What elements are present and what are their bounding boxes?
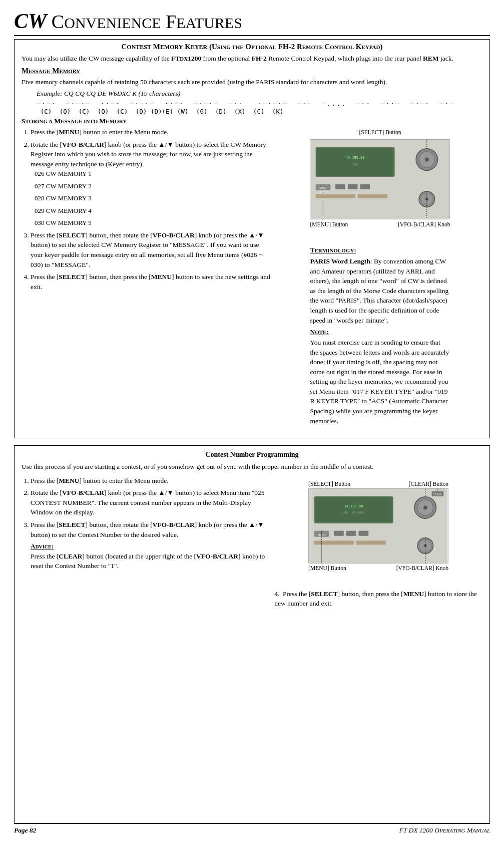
svg-rect-40: [346, 531, 356, 536]
memory-item-4: 029 CW MEMORY 4: [35, 206, 272, 216]
note-heading: NOTE:: [310, 328, 450, 336]
advice-block: ADVICE: Press the [CLEAR] button (locate…: [31, 541, 266, 571]
morse-c4: (C): [249, 108, 268, 115]
footer-manual-title: FT DX 1200 OPERATING MANUAL: [399, 826, 490, 834]
memory-item-3: 028 CW MEMORY 3: [35, 193, 272, 203]
morse-q2: (Q): [94, 108, 113, 115]
svg-text:14.195.00: 14.195.00: [346, 156, 364, 160]
svg-rect-14: [336, 184, 346, 189]
message-memory-body: Five memory channels capable of retainin…: [22, 77, 482, 87]
memory-item-1: 026 CW MEMORY 1: [35, 169, 272, 179]
message-memory-heading: Message Memory: [22, 67, 482, 75]
memory-item-5: 030 CW MEMORY 5: [35, 218, 272, 228]
morse-c2: (C): [75, 108, 94, 115]
main-section-box: CONTEST MEMORY KEYER (USING THE OPTIONAL…: [14, 39, 490, 438]
svg-rect-18: [358, 194, 387, 198]
storing-steps-list: Press the [MENU] button to enter the Men…: [22, 127, 272, 292]
storing-step-4: Press the [SELECT] button, then press th…: [31, 272, 272, 292]
terminology-heading: TERMINOLOGY:: [310, 246, 450, 254]
radio-image-wrapper: [SELECT] Button 14.195.00 USB: [310, 129, 450, 227]
page-footer: Page 82 FT DX 1200 OPERATING MANUAL: [14, 823, 490, 836]
morse-c3: (C): [113, 108, 132, 115]
morse-letters: (C) (Q) (C) (Q) (C) (Q) (D)(E) (W) (6) (…: [37, 108, 482, 115]
note-body: You must exercise care in sending to ens…: [310, 338, 450, 426]
svg-text:USB   025:0001: USB 025:0001: [343, 511, 364, 514]
fh2-bold: FH-2: [252, 55, 267, 62]
svg-rect-23: [315, 497, 392, 522]
svg-text:CLEAR: CLEAR: [433, 493, 442, 496]
svg-rect-17: [316, 194, 355, 198]
contest-select-label: [SELECT] Button: [308, 481, 350, 487]
example-line: Example: CQ CQ CQ DE W6DXC K (19 charact…: [37, 90, 482, 98]
contest-steps-list: Press the [MENU] button to enter the Men…: [22, 476, 266, 571]
morse-w: (W): [173, 108, 192, 115]
morse-k: (K): [268, 108, 287, 115]
contest-two-col: Press the [MENU] button to enter the Men…: [22, 476, 482, 609]
morse-d: (D): [211, 108, 230, 115]
morse-symbols: –·–· –·–·– ··–· –·–·– ··–· –·–·– –·· ·–·…: [37, 100, 482, 107]
contest-labels-top: [SELECT] Button [CLEAR] Button: [308, 481, 448, 487]
select-button-label-top: [SELECT] Button: [310, 129, 450, 135]
storing-col-right: [SELECT] Button 14.195.00 USB: [278, 117, 482, 429]
contest-step-2: Rotate the [VFO-B/CLAR] knob (or press t…: [31, 488, 266, 517]
title-rest: CONVENIENCE FEATURES: [52, 11, 242, 32]
svg-rect-16: [360, 184, 370, 189]
rem-bold: REM: [423, 55, 439, 62]
morse-q1: (Q): [56, 108, 75, 115]
svg-text:14.195.00: 14.195.00: [344, 504, 363, 508]
storing-step-3: Press the [SELECT] button, then rotate t…: [31, 230, 272, 269]
storing-step-2: Rotate the [VFO-B/CLAR] knob (or press t…: [31, 140, 272, 228]
svg-point-28: [423, 505, 427, 509]
title-cw: CW: [14, 10, 47, 33]
paris-bold: PARIS Word Length: [310, 257, 370, 265]
memory-list: 026 CW MEMORY 1 027 CW MEMORY 2 028 CW M…: [31, 169, 272, 228]
storing-section: STORING A MESSAGE INTO MEMORY Press the …: [22, 117, 482, 429]
advice-heading: ADVICE:: [31, 542, 54, 550]
svg-rect-15: [348, 184, 358, 189]
storing-step-1: Press the [MENU] button to enter the Men…: [31, 127, 272, 137]
contest-intro: Use this process if you are starting a c…: [22, 462, 482, 472]
example-label: Example: [37, 90, 60, 97]
svg-point-7: [425, 158, 429, 162]
svg-rect-41: [359, 531, 369, 536]
svg-rect-2: [317, 148, 394, 176]
terminology-section: TERMINOLOGY: PARIS Word Length: By conve…: [310, 246, 450, 429]
contest-clear-label: [CLEAR] Button: [409, 481, 449, 487]
section-title: CONTEST MEMORY KEYER (USING THE OPTIONAL…: [22, 43, 482, 51]
ftdx-bold: FTDX1200: [171, 55, 201, 62]
page-title: CW CONVENIENCE FEATURES: [14, 9, 490, 36]
contest-step-3: Press the [SELECT] button, then rotate t…: [31, 520, 266, 571]
svg-rect-42: [314, 540, 354, 544]
contest-labels-bottom: [MENU] Button [VFO-B/CLAR] Knob: [308, 565, 448, 571]
page-wrapper: CW CONVENIENCE FEATURES CONTEST MEMORY K…: [0, 0, 504, 841]
storing-heading: STORING A MESSAGE INTO MEMORY: [22, 117, 272, 125]
example-text: : CQ CQ CQ DE W6DXC K (19 characters): [60, 90, 180, 97]
contest-radio-svg: 14.195.00 USB 025:0001 CLEAR: [309, 489, 448, 563]
contest-col-left: Press the [MENU] button to enter the Men…: [22, 476, 266, 609]
contest-box: Contest Number Programming Use this proc…: [14, 445, 490, 823]
contest-col-right: [SELECT] Button [CLEAR] Button 14.195.00…: [274, 476, 482, 609]
storing-col-left: STORING A MESSAGE INTO MEMORY Press the …: [22, 117, 272, 429]
contest-radio-image: 14.195.00 USB 025:0001 CLEAR: [308, 488, 448, 564]
radio-labels-bottom: [MENU] Button [VFO-B/CLAR] Knob: [310, 221, 450, 227]
contest-step4: 4. Press the [SELECT] button, then press…: [274, 589, 482, 609]
contest-menu-label: [MENU] Button: [308, 565, 346, 571]
svg-rect-39: [334, 531, 344, 536]
footer-page-number: Page 82: [14, 826, 37, 834]
intro-text: You may also utilize the CW message capa…: [22, 54, 482, 64]
menu-button-label: [MENU] Button: [310, 221, 348, 227]
svg-text:USB: USB: [353, 163, 358, 166]
contest-radio-wrapper: [SELECT] Button [CLEAR] Button 14.195.00…: [308, 481, 448, 571]
morse-x: (X): [230, 108, 249, 115]
vfo-knob-label: [VFO-B/CLAR] Knob: [398, 221, 450, 227]
morse-q3: (Q): [132, 108, 151, 115]
morse-6: (6): [192, 108, 211, 115]
contest-vfo-label: [VFO-B/CLAR] Knob: [396, 565, 448, 571]
memory-item-2: 027 CW MEMORY 2: [35, 181, 272, 191]
morse-container: –·–· –·–·– ··–· –·–·– ··–· –·–·– –·· ·–·…: [37, 100, 482, 115]
radio-svg: 14.195.00 USB: [310, 140, 449, 219]
svg-rect-43: [356, 540, 386, 544]
contest-step-1: Press the [MENU] button to enter the Men…: [31, 476, 266, 486]
morse-de: (D)(E): [151, 108, 173, 115]
radio-image: 14.195.00 USB: [310, 139, 450, 219]
